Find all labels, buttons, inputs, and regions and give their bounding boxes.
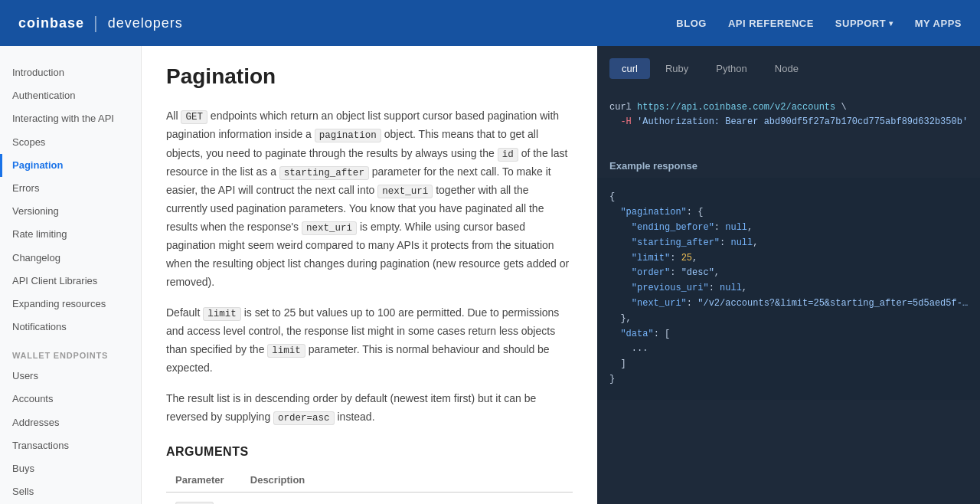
intro-paragraph-3: The result list is in descending order b… bbox=[166, 390, 573, 427]
logo: coinbase | developers bbox=[18, 13, 183, 33]
nav-support[interactable]: SUPPORT ▾ bbox=[835, 18, 893, 29]
tab-ruby[interactable]: Ruby bbox=[653, 58, 701, 79]
sidebar-item-errors[interactable]: Errors bbox=[0, 177, 141, 200]
order-asc-code: order=asc bbox=[273, 411, 335, 425]
sidebar-item-scopes[interactable]: Scopes bbox=[0, 131, 141, 154]
sidebar-item-notifications[interactable]: Notifications bbox=[0, 316, 141, 339]
wallet-section-title: Wallet Endpoints bbox=[0, 339, 141, 365]
sidebar-item-addresses[interactable]: Addresses bbox=[0, 411, 141, 434]
content-area: Pagination All GET endpoints which retur… bbox=[142, 46, 597, 504]
tab-python[interactable]: Python bbox=[704, 58, 759, 79]
sidebar: Introduction Authentication Interacting … bbox=[0, 46, 142, 504]
sidebar-item-authentication[interactable]: Authentication bbox=[0, 84, 141, 107]
logo-text: developers bbox=[108, 15, 183, 31]
logo-sep: | bbox=[93, 13, 99, 33]
layout: Introduction Authentication Interacting … bbox=[0, 46, 980, 504]
starting-after-code: starting_after bbox=[279, 166, 369, 180]
main: Pagination All GET endpoints which retur… bbox=[142, 46, 980, 504]
code-panel: curl Ruby Python Node curl https://api.c… bbox=[597, 46, 980, 504]
sidebar-item-pagination[interactable]: Pagination bbox=[0, 154, 141, 177]
nav-blog[interactable]: BLOG bbox=[676, 18, 707, 29]
sidebar-item-sells[interactable]: Sells bbox=[0, 480, 141, 503]
sidebar-item-changelog[interactable]: Changelog bbox=[0, 247, 141, 270]
example-response-title: Example response bbox=[597, 154, 980, 178]
nav-links: BLOG API REFERENCE SUPPORT ▾ MY APPS bbox=[676, 18, 962, 29]
id-code: id bbox=[498, 148, 518, 162]
tab-curl[interactable]: curl bbox=[609, 58, 650, 79]
intro-paragraph-2: Default limit is set to 25 but values up… bbox=[166, 304, 573, 378]
response-block: { "pagination": { "ending_before": null,… bbox=[597, 178, 980, 399]
param-limit-description: Number of results per call. Accepted val… bbox=[241, 492, 573, 504]
sidebar-item-users[interactable]: Users bbox=[0, 365, 141, 388]
nav-my-apps[interactable]: MY APPS bbox=[915, 18, 962, 29]
sidebar-item-transactions[interactable]: Transactions bbox=[0, 434, 141, 457]
tab-node[interactable]: Node bbox=[763, 58, 811, 79]
top-nav: coinbase | developers BLOG API REFERENCE… bbox=[0, 0, 980, 46]
table-header-parameter: Parameter bbox=[166, 468, 241, 493]
limit-code2: limit bbox=[267, 344, 305, 358]
sidebar-item-versioning[interactable]: Versioning bbox=[0, 200, 141, 223]
code-tabs: curl Ruby Python Node bbox=[597, 58, 980, 88]
nav-api-reference[interactable]: API REFERENCE bbox=[728, 18, 814, 29]
chevron-down-icon: ▾ bbox=[889, 19, 893, 28]
sidebar-item-buys[interactable]: Buys bbox=[0, 457, 141, 480]
page-title: Pagination bbox=[166, 64, 573, 89]
sidebar-item-rate-limiting[interactable]: Rate limiting bbox=[0, 223, 141, 246]
next-uri-code2: next_uri bbox=[302, 221, 357, 235]
limit-code: limit bbox=[203, 307, 241, 321]
arguments-title: ARGUMENTS bbox=[166, 445, 573, 459]
sidebar-item-api-client-libraries[interactable]: API Client Libraries bbox=[0, 270, 141, 293]
intro-paragraph-1: All GET endpoints which return an object… bbox=[166, 107, 573, 292]
pagination-code: pagination bbox=[315, 129, 381, 142]
table-row: limit optional Number of results per cal… bbox=[166, 492, 573, 504]
sidebar-item-expanding-resources[interactable]: Expanding resources bbox=[0, 293, 141, 316]
logo-bold: coinbase bbox=[18, 15, 84, 31]
table-header-description: Description bbox=[241, 468, 573, 493]
next-uri-code: next_uri bbox=[377, 185, 433, 198]
arguments-table: Parameter Description limit optional Num… bbox=[166, 468, 573, 504]
curl-code-block: curl https://api.coinbase.com/v2/account… bbox=[597, 88, 980, 142]
get-code: GET bbox=[181, 110, 207, 124]
sidebar-item-introduction[interactable]: Introduction bbox=[0, 61, 141, 84]
sidebar-item-interacting[interactable]: Interacting with the API bbox=[0, 107, 141, 130]
sidebar-item-accounts[interactable]: Accounts bbox=[0, 388, 141, 411]
